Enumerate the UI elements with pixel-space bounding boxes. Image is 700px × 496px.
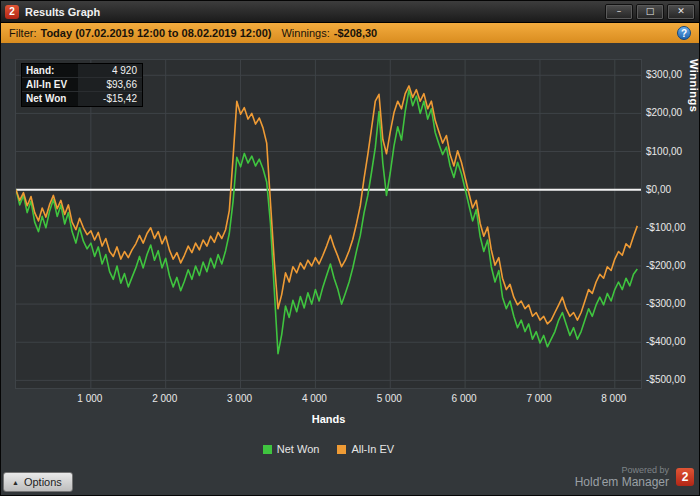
help-icon[interactable]: ? xyxy=(677,26,691,40)
winnings-label: Winnings: xyxy=(281,27,329,39)
legend-label: Net Won xyxy=(277,443,320,455)
x-tick-label: 1 000 xyxy=(77,393,102,404)
legend-swatch-icon xyxy=(337,445,346,454)
series-all-in-ev xyxy=(16,86,637,324)
x-tick-label: 5 000 xyxy=(377,393,402,404)
legend-swatch-icon xyxy=(263,445,272,454)
legend: Net WonAll-In EV xyxy=(15,443,642,455)
x-tick-label: 7 000 xyxy=(526,393,551,404)
hm2-logo-icon: 2 xyxy=(5,5,19,19)
hm2-footer-logo-icon: 2 xyxy=(676,468,694,486)
tooltip-hand-label: Hand: xyxy=(22,64,78,77)
y-tick-label: $100,00 xyxy=(646,145,682,156)
powered-by-text: Powered by Hold'em Manager xyxy=(575,465,669,489)
chart-panel: Hand: 4 920 All-In EV $93,66 Net Won -$1… xyxy=(1,43,699,495)
filter-bar: Filter: Today (07.02.2019 12:00 to 08.02… xyxy=(1,23,699,43)
x-axis-title: Hands xyxy=(15,413,642,425)
legend-item: Net Won xyxy=(263,443,320,455)
legend-label: All-In EV xyxy=(351,443,394,455)
tooltip-row: All-In EV $93,66 xyxy=(22,78,142,92)
winnings-value: -$208,30 xyxy=(334,27,377,39)
x-tick-label: 2 000 xyxy=(152,393,177,404)
results-chart xyxy=(16,60,641,388)
tooltip-networn-value: -$15,42 xyxy=(78,92,142,106)
series-net-won xyxy=(16,90,637,354)
tooltip-networn-label: Net Won xyxy=(22,92,78,106)
powered-by: Powered by Hold'em Manager 2 xyxy=(575,465,694,489)
y-tick-label: -$500,00 xyxy=(646,374,685,385)
y-axis-title: Winnings xyxy=(688,59,700,389)
y-tick-label: $300,00 xyxy=(646,69,682,80)
tooltip-row: Net Won -$15,42 xyxy=(22,92,142,106)
powered-by-label: Powered by xyxy=(575,465,669,475)
y-tick-label: $0,00 xyxy=(646,183,671,194)
close-button[interactable]: ✕ xyxy=(667,4,695,20)
x-tick-label: 4 000 xyxy=(302,393,327,404)
tooltip-ev-value: $93,66 xyxy=(78,78,142,91)
y-tick-label: -$400,00 xyxy=(646,336,685,347)
y-tick-label: -$200,00 xyxy=(646,259,685,270)
y-axis: $300,00$200,00$100,00$0,00-$100,00-$200,… xyxy=(646,59,692,389)
minimize-button[interactable]: – xyxy=(605,4,633,20)
maximize-button[interactable]: □ xyxy=(636,4,664,20)
title-bar: 2 Results Graph – □ ✕ xyxy=(1,1,699,23)
x-tick-label: 6 000 xyxy=(452,393,477,404)
filter-value: Today (07.02.2019 12:00 to 08.02.2019 12… xyxy=(41,27,272,39)
plot-area[interactable] xyxy=(15,59,642,389)
y-tick-label: -$100,00 xyxy=(646,221,685,232)
results-graph-window: 2 Results Graph – □ ✕ Filter: Today (07.… xyxy=(0,0,700,496)
x-tick-label: 3 000 xyxy=(227,393,252,404)
legend-item: All-In EV xyxy=(337,443,394,455)
window-title: Results Graph xyxy=(25,6,605,18)
tooltip-hand-value: 4 920 xyxy=(78,64,142,77)
x-tick-label: 8 000 xyxy=(601,393,626,404)
tooltip-ev-label: All-In EV xyxy=(22,78,78,91)
tooltip-row: Hand: 4 920 xyxy=(22,64,142,78)
brand-name: Hold'em Manager xyxy=(575,475,669,489)
x-axis: 1 0002 0003 0004 0005 0006 0007 0008 000 xyxy=(15,393,642,406)
y-tick-label: $200,00 xyxy=(646,107,682,118)
window-controls: – □ ✕ xyxy=(605,4,695,20)
y-tick-label: -$300,00 xyxy=(646,298,685,309)
hand-info-box: Hand: 4 920 All-In EV $93,66 Net Won -$1… xyxy=(21,63,143,107)
options-button-label: Options xyxy=(24,476,62,488)
filter-label: Filter: xyxy=(9,27,37,39)
options-arrow-icon: ▲ xyxy=(12,479,19,486)
options-button[interactable]: ▲ Options xyxy=(3,472,73,492)
